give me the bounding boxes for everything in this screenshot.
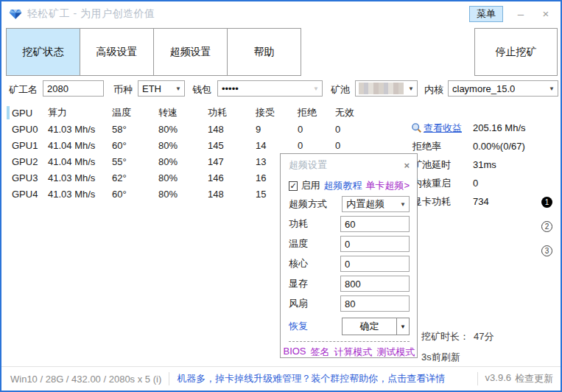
memory-clock-input[interactable] (340, 276, 410, 292)
table-row: GPU1 41.04 Mh/s 60° 80% 145 14 0 0 (6, 137, 379, 153)
temp-limit-label: 温度 (289, 237, 340, 251)
fan-speed-input[interactable] (340, 295, 410, 312)
minimize-button[interactable]: – (513, 7, 528, 20)
stats-row-gpu-power: 显卡功耗 734 (412, 192, 526, 211)
stats-row-reject: 拒绝率 0.00%(0/67) (412, 137, 526, 155)
check-update-link[interactable]: 检查更新 (515, 372, 553, 385)
table-row: GPU0 41.03 Mh/s 58° 80% 148 9 0 0 (6, 121, 379, 137)
gpu-power-label: 显卡功耗 (412, 195, 473, 209)
dialog-separator (289, 341, 410, 342)
overclock-mode-label: 超频方式 (289, 197, 342, 211)
ok-button[interactable]: 确定 (343, 318, 396, 335)
chevron-down-icon: ▼ (397, 201, 409, 208)
stats-row-restart: 内核重启 0 (412, 174, 526, 192)
power-limit-input[interactable] (340, 216, 410, 232)
pool-value-censored (359, 83, 404, 94)
core-clock-input[interactable] (340, 256, 410, 272)
gpu-power-value: 734 (473, 196, 489, 207)
col-header-temp: 温度 (112, 106, 158, 119)
pool-label: 矿池 (331, 83, 350, 97)
stats-row-income: 查看收益 205.16 Mh/s (412, 119, 526, 137)
tab-bar: 挖矿状态 高级设置 超频设置 帮助 (6, 28, 301, 76)
reject-rate-value: 0.00%(0/67) (473, 141, 525, 152)
col-header-fan: 转速 (158, 106, 208, 119)
close-button[interactable]: × (538, 7, 553, 20)
badge-1[interactable]: 1 (541, 197, 552, 208)
dialog-title: 超频设置 (289, 158, 404, 172)
pool-latency-label: 矿池延时 (412, 158, 473, 172)
enable-checkbox[interactable]: ✓ (289, 181, 298, 191)
miner-name-input[interactable] (43, 80, 104, 97)
ok-split-button[interactable]: 确定 ▼ (342, 318, 410, 335)
pool-latency-value: 31ms (473, 159, 496, 170)
mining-duration-label: 挖矿时长： (421, 330, 469, 343)
ok-dropdown-arrow-icon[interactable]: ▼ (396, 318, 409, 335)
divider (169, 372, 169, 385)
enable-label: 启用 (301, 179, 320, 192)
overclock-mode-value: 内置超频 (343, 197, 397, 211)
temp-limit-input[interactable] (340, 236, 410, 252)
badge-3[interactable]: 3 (541, 245, 552, 256)
sign-link[interactable]: 签名 (311, 346, 330, 359)
menu-button[interactable]: 菜单 (469, 6, 503, 22)
col-header-gpu: GPU (12, 108, 48, 119)
divider (477, 372, 478, 385)
col-header-accepted: 接受 (256, 106, 298, 119)
view-income-link[interactable]: 查看收益 (424, 122, 462, 135)
col-header-invalid: 无效 (335, 106, 379, 119)
restore-link[interactable]: 恢复 (289, 320, 342, 333)
config-form-row: 矿工名 币种 ETH ▼ 钱包 ••••• ▼ 矿池 ▼ 内核 claymore… (1, 78, 561, 100)
coin-value: ETH (138, 83, 172, 94)
tab-help[interactable]: 帮助 (227, 28, 301, 76)
refresh-status: 3s前刷新 (421, 351, 493, 364)
wallet-label: 钱包 (192, 83, 211, 97)
test-mode-link[interactable]: 测试模式 (377, 346, 415, 359)
badge-2[interactable]: 2 (541, 221, 552, 232)
overclock-dialog: 超频设置 × ✓ 启用 超频教程 单卡超频> 超频方式 内置超频 ▼ 功耗 温度… (280, 153, 418, 358)
window-title: 轻松矿工 - 为用户创造价值 (27, 7, 155, 21)
power-limit-label: 功耗 (289, 217, 340, 231)
compute-mode-link[interactable]: 计算模式 (334, 346, 373, 359)
tab-advanced-settings[interactable]: 高级设置 (80, 28, 154, 76)
chevron-down-icon: ▼ (310, 85, 322, 92)
stats-panel: 查看收益 205.16 Mh/s 拒绝率 0.00%(0/67) 矿池延时 31… (412, 119, 526, 211)
dialog-close-icon[interactable]: × (404, 160, 410, 171)
single-card-overclock-link[interactable]: 单卡超频> (365, 179, 410, 192)
stats-row-latency: 矿池延时 31ms (412, 155, 526, 174)
total-hashrate-value: 205.16 Mh/s (473, 122, 526, 133)
fan-speed-label: 风扇 (289, 297, 340, 310)
bios-link[interactable]: BIOS (283, 346, 306, 359)
core-clock-label: 核心 (289, 257, 340, 270)
chevron-down-icon: ▼ (405, 85, 417, 92)
tab-mining-status[interactable]: 挖矿状态 (6, 28, 80, 76)
app-logo-gem-icon (9, 7, 22, 21)
chevron-down-icon: ▼ (546, 85, 558, 92)
col-header-rejected: 拒绝 (298, 106, 335, 119)
app-window: 轻松矿工 - 为用户创造价值 菜单 – × 挖矿状态 高级设置 超频设置 帮助 … (0, 0, 562, 392)
overclock-mode-dropdown[interactable]: 内置超频 ▼ (342, 196, 410, 212)
kernel-restart-value: 0 (473, 178, 478, 189)
kernel-dropdown[interactable]: claymore_15.0 ▼ (448, 80, 558, 97)
overclock-tutorial-link[interactable]: 超频教程 (323, 179, 362, 192)
promo-link[interactable]: 机器多，掉卡掉线升级难管理？装个群控帮助你，点击查看详情 (177, 372, 445, 385)
memory-clock-label: 显存 (289, 277, 340, 290)
header-accent-bar (7, 106, 10, 119)
coin-label: 币种 (113, 83, 133, 97)
status-bar: Win10 / 28G / 432.00 / 2080s x 5 (i) 机器多… (1, 366, 561, 391)
magnifier-icon (411, 122, 422, 133)
tab-overclock-settings[interactable]: 超频设置 (153, 28, 228, 76)
stop-mining-button[interactable]: 停止挖矿 (474, 28, 558, 76)
pool-dropdown[interactable]: ▼ (355, 80, 418, 97)
col-header-power: 功耗 (208, 106, 256, 119)
coin-dropdown[interactable]: ETH ▼ (138, 80, 185, 97)
kernel-restart-label: 内核重启 (412, 177, 473, 190)
col-header-hashrate: 算力 (48, 106, 112, 119)
title-bar: 轻松矿工 - 为用户创造价值 菜单 – × (1, 1, 561, 26)
version-text: v3.9.6 (485, 372, 511, 385)
session-info: 挖矿时长： 47分 3s前刷新 (421, 330, 493, 364)
kernel-label: 内核 (424, 83, 443, 97)
miner-name-label: 矿工名 (9, 83, 38, 97)
reject-rate-label: 拒绝率 (412, 140, 473, 153)
wallet-combo[interactable]: ••••• ▼ (217, 80, 323, 97)
mining-duration-value: 47分 (474, 330, 493, 343)
